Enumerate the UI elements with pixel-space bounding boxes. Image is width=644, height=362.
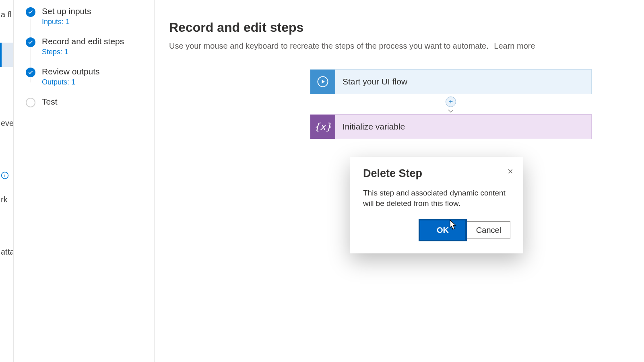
add-step-icon[interactable]: +	[446, 97, 456, 107]
cancel-button[interactable]: Cancel	[467, 221, 510, 239]
main-content: Record and edit steps Use your mouse and…	[155, 0, 644, 362]
svg-marker-4	[322, 80, 325, 84]
rail-item-flow[interactable]: a fl	[0, 2, 13, 27]
page-title: Record and edit steps	[169, 20, 630, 35]
step-subtext[interactable]: Steps: 1	[42, 48, 147, 56]
rail-item-even[interactable]: even	[0, 111, 13, 135]
flow-card-label: Initialize variable	[335, 122, 405, 132]
step-test[interactable]: Test	[26, 97, 147, 107]
step-subtext[interactable]: Inputs: 1	[42, 18, 147, 26]
step-record-edit[interactable]: Record and edit steps Steps: 1	[26, 37, 147, 56]
step-title: Review outputs	[42, 67, 147, 76]
flow-card-label: Start your UI flow	[335, 77, 407, 86]
variable-icon: {x}	[310, 114, 335, 139]
step-setup-inputs[interactable]: Set up inputs Inputs: 1	[26, 6, 147, 26]
flow-connector: +	[310, 94, 592, 114]
checkmark-icon	[26, 68, 35, 77]
info-icon[interactable]	[0, 163, 13, 187]
checkmark-icon	[26, 37, 35, 47]
flow-card-variable[interactable]: {x} Initialize variable	[310, 114, 592, 139]
delete-step-dialog: Delete Step This step and associated dyn…	[350, 157, 523, 253]
step-subtext[interactable]: Outputs: 1	[42, 78, 147, 86]
close-icon[interactable]	[504, 165, 517, 178]
step-title: Record and edit steps	[42, 37, 147, 46]
play-icon	[310, 69, 335, 94]
rail-item-selected[interactable]	[0, 43, 13, 67]
step-title: Test	[42, 97, 147, 107]
step-title: Set up inputs	[42, 6, 147, 16]
dialog-title: Delete Step	[363, 167, 510, 180]
wizard-sidebar: Set up inputs Inputs: 1 Record and edit …	[14, 0, 155, 362]
checkmark-icon	[26, 7, 35, 17]
page-description: Use your mouse and keyboard to recreate …	[169, 41, 630, 51]
step-review-outputs[interactable]: Review outputs Outputs: 1	[26, 67, 147, 86]
dialog-body: This step and associated dynamic content…	[363, 188, 510, 208]
svg-point-2	[4, 174, 5, 175]
rail-item-attac[interactable]: attac	[0, 240, 13, 264]
flow-card-start[interactable]: Start your UI flow	[310, 69, 592, 94]
arrow-down-icon	[447, 108, 454, 115]
left-rail: a fl even rk attac	[0, 0, 14, 362]
empty-step-icon	[26, 98, 35, 107]
learn-more-link[interactable]: Learn more	[494, 41, 535, 50]
rail-item-rk[interactable]: rk	[0, 187, 13, 212]
ok-button[interactable]: OK	[419, 219, 467, 241]
